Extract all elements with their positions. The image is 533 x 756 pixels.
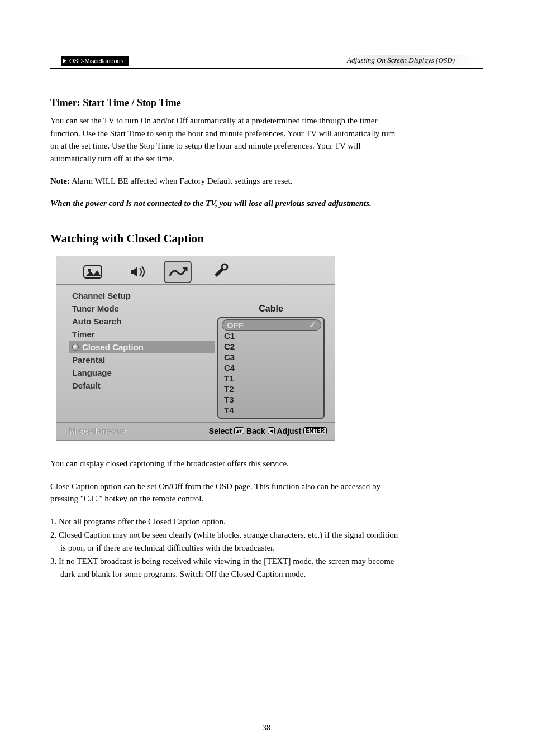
timer-note: Note: Alarm WILL BE affected when Factor… [50,175,404,188]
menu-closed-caption-label: Closed Caption [82,342,144,352]
svg-rect-0 [84,266,102,278]
menu-default: Default [69,379,215,392]
cc-option-c3: C3 [222,352,321,362]
hint-adjust-label: Adjust [277,427,302,436]
hint-back-label: Back [246,427,265,436]
menu-tuner-mode: Tuner Mode [69,302,215,315]
page-number: 38 [0,724,533,733]
osd-tab-icons [56,256,335,285]
osd-right-panel: Cable OFF✓ C1 C2 C3 C4 T1 T2 T3 T4 [215,289,327,419]
timer-warning: When the power cord is not connected to … [50,198,404,210]
cc-para2: Close Caption option can be set On/Off f… [50,480,404,505]
header-tab: OSD-Miscellaneous [61,56,129,66]
cc-option-c4: C4 [222,362,321,373]
cc-para1: You can display closed captioning if the… [50,457,404,470]
setup-tab-icon [206,261,234,283]
osd-footer-hints: Select ▴▾ Back ◂ Adjust ENTER [209,427,327,436]
menu-parental: Parental [69,353,215,366]
osd-menu: Channel Setup Tuner Mode Auto Search Tim… [69,289,215,419]
cc-notes-list: 1. Not all programs offer the Closed Cap… [50,515,404,581]
cc-heading: Watching with Closed Caption [50,232,404,246]
svg-point-2 [222,264,227,270]
timer-heading: Timer: Start Time / Stop Time [50,97,404,109]
cc-option-t3: T3 [222,394,321,405]
menu-closed-caption: Closed Caption [69,341,215,353]
cc-option-t1: T1 [222,373,321,384]
tuner-mode-value: Cable [215,303,327,317]
note-label: Note: [50,176,70,185]
left-key-icon: ◂ [268,427,275,434]
audio-tab-icon [121,261,149,283]
osd-screenshot: Channel Setup Tuner Mode Auto Search Tim… [56,256,335,441]
cc-note-3: 3. If no TEXT broadcast is being receive… [50,555,404,580]
cc-note-2: 2. Closed Caption may not be seen clearl… [50,529,404,554]
enter-key-icon: ENTER [303,427,327,434]
cc-option-c1: C1 [222,331,321,341]
note-text: Alarm WILL BE affected when Factory Defa… [70,176,292,185]
osd-footer-title: Miscellaneous [69,426,126,436]
cc-options-dropdown: OFF✓ C1 C2 C3 C4 T1 T2 T3 T4 [217,317,325,419]
cc-option-t4: T4 [222,405,321,415]
menu-timer: Timer [69,328,215,341]
header-section-title: Adjusting On Screen Displays (OSD) [341,55,477,66]
cc-option-off: OFF✓ [222,319,321,331]
header-bar: OSD-Miscellaneous Adjusting On Screen Di… [50,56,483,69]
hint-select-label: Select [209,427,232,436]
misc-tab-icon [164,261,192,283]
picture-tab-icon [79,261,107,283]
menu-language: Language [69,366,215,379]
cc-option-off-label: OFF [227,320,244,330]
menu-channel-setup: Channel Setup [69,289,215,302]
checkmark-icon: ✓ [309,320,316,330]
cc-option-t2: T2 [222,384,321,394]
updown-key-icon: ▴▾ [234,427,244,434]
cc-option-c2: C2 [222,341,321,352]
menu-auto-search: Auto Search [69,315,215,328]
osd-footer: Miscellaneous Select ▴▾ Back ◂ Adjust EN… [56,422,335,440]
cc-note-1: 1. Not all programs offer the Closed Cap… [50,515,404,528]
timer-paragraph: You can set the TV to turn On and/or Off… [50,114,404,165]
